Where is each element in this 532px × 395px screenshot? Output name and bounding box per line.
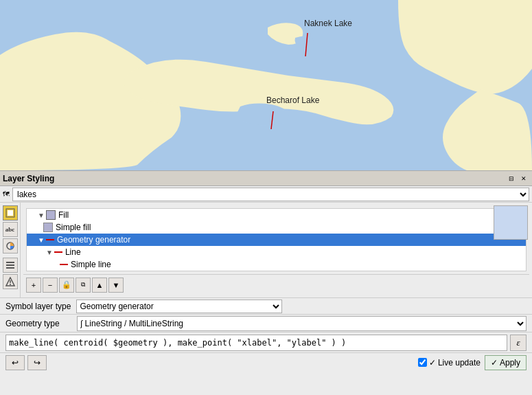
tree-item-fill[interactable]: ▼ Fill <box>27 209 526 221</box>
footer-left-buttons: ↩ ↪ <box>5 355 47 370</box>
tree-label-fill: Fill <box>58 210 69 220</box>
panel-header: Layer Styling ⊟ ✕ <box>0 171 532 186</box>
layer-selector-icon: 🗺 <box>3 190 10 198</box>
move-down-button[interactable]: ▼ <box>108 278 124 293</box>
tree-label-geometry-generator: Geometry generator <box>57 235 130 245</box>
diagrams-button[interactable] <box>3 238 18 253</box>
lock-layer-button[interactable]: 🔒 <box>59 278 74 293</box>
footer-row: ↩ ↪ ✓ Live update ✓ Apply <box>0 352 532 372</box>
panel-title: Layer Styling <box>3 174 54 183</box>
svg-point-12 <box>10 284 11 285</box>
redo-button[interactable]: ↪ <box>27 355 47 370</box>
geometry-type-label: Geometry type <box>5 319 74 328</box>
rendering-button[interactable] <box>3 274 18 289</box>
expression-editor-button[interactable]: ε <box>510 335 527 351</box>
fields-button[interactable] <box>3 258 18 273</box>
svg-text:Becharof Lake: Becharof Lake <box>266 95 320 105</box>
apply-button[interactable]: ✓ Apply <box>485 355 527 370</box>
tree-item-line[interactable]: ▼ Line <box>27 246 526 258</box>
tree-label-line: Line <box>65 247 81 257</box>
tree-item-simple-line[interactable]: Simple line <box>27 258 526 271</box>
undo-button[interactable]: ↩ <box>5 355 25 370</box>
tree-item-simple-fill[interactable]: Simple fill <box>27 221 526 234</box>
svg-rect-9 <box>6 267 14 269</box>
svg-rect-8 <box>6 264 14 266</box>
layer-selector-row: 🗺 lakes <box>0 186 532 203</box>
copy-layer-button[interactable]: ⧉ <box>76 278 91 293</box>
undo-icon: ↩ <box>12 358 19 368</box>
tree-item-geometry-generator[interactable]: ▼ Geometry generator <box>27 234 526 246</box>
panel-close-button[interactable]: ✕ <box>518 173 529 184</box>
symbol-tree: ▼ Fill Simple fill ▼ Geometry generator <box>26 208 527 271</box>
geometry-type-row: Geometry type ∫ LineString / MultiLineSt… <box>0 314 532 332</box>
symbol-layer-type-row: Symbol layer type Geometry generator <box>0 297 532 314</box>
svg-rect-7 <box>6 262 14 263</box>
layer-select[interactable]: lakes <box>12 188 529 201</box>
bottom-toolbar: + − 🔒 ⧉ ▲ ▼ <box>23 274 529 295</box>
symbol-layer-type-label: Symbol layer type <box>5 302 71 311</box>
geometry-type-select[interactable]: ∫ LineString / MultiLineString Point / M… <box>77 316 527 331</box>
panel-controls: ⊟ ✕ <box>506 173 529 184</box>
symbol-layer-type-value: Geometry generator <box>76 300 282 313</box>
map-canvas: Naknek Lake Becharof Lake <box>0 0 532 170</box>
apply-icon: ✓ <box>491 358 498 368</box>
layer-styling-panel: Layer Styling ⊟ ✕ 🗺 lakes abc <box>0 170 532 372</box>
label-button[interactable]: abc <box>3 222 18 237</box>
apply-label: Apply <box>500 358 520 368</box>
render-properties-button[interactable] <box>3 205 18 221</box>
expression-input[interactable] <box>5 335 507 351</box>
live-update-checkbox[interactable] <box>418 358 427 367</box>
left-toolbar: abc <box>0 203 21 297</box>
svg-text:Naknek Lake: Naknek Lake <box>304 19 352 28</box>
redo-icon: ↪ <box>34 358 41 368</box>
svg-rect-5 <box>8 210 13 216</box>
symbol-layer-type-select[interactable]: Geometry generator <box>76 300 282 313</box>
tree-label-simple-line: Simple line <box>71 260 111 269</box>
remove-layer-button[interactable]: − <box>43 278 58 293</box>
expression-row: ε <box>0 332 532 352</box>
live-update-label: ✓ Live update <box>429 358 481 368</box>
tree-label-simple-fill: Simple fill <box>56 223 91 232</box>
symbol-preview <box>494 205 528 240</box>
add-layer-button[interactable]: + <box>26 278 41 293</box>
live-update-checkbox-row: ✓ Live update <box>418 358 481 368</box>
panel-float-button[interactable]: ⊟ <box>506 173 517 184</box>
move-up-button[interactable]: ▲ <box>92 278 107 293</box>
